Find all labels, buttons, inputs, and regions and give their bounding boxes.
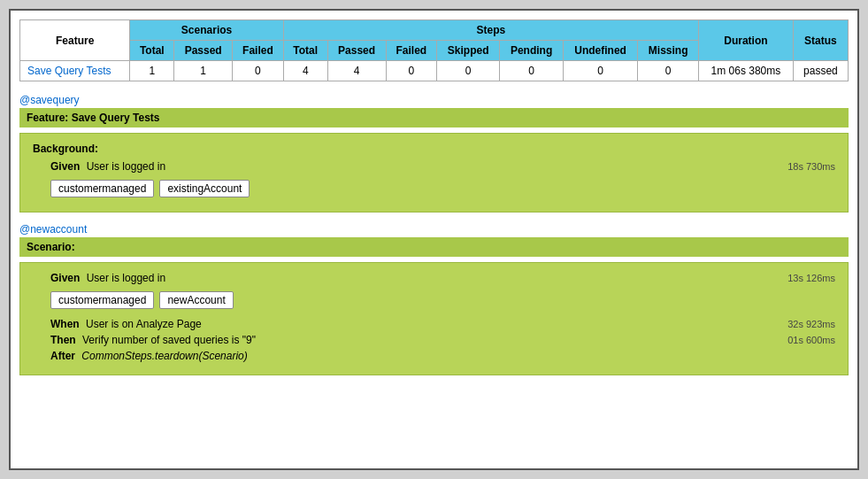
scenario-then-duration: 01s 600ms	[787, 335, 835, 345]
steps-failed-cell: 0	[386, 61, 437, 81]
col-scenario-passed: Passed	[174, 41, 233, 61]
scenario-step-after: After CommonSteps.teardown(Scenario)	[33, 350, 835, 362]
col-steps-pending: Pending	[500, 41, 564, 61]
feature-cell[interactable]: Save Query Tests	[20, 61, 130, 81]
scenario-tags-row: customermanaged newAccount	[50, 291, 835, 309]
steps-skipped-cell: 0	[437, 61, 500, 81]
scenario-given-keyword: Given	[50, 272, 80, 284]
background-step-given: Given User is logged in 18s 730ms	[33, 160, 835, 173]
col-steps-total: Total	[283, 41, 327, 61]
scenario-then-text: Verify number of saved queries is "9"	[82, 334, 256, 346]
scenario-step-then: Then Verify number of saved queries is "…	[33, 334, 835, 346]
status-cell: passed	[793, 61, 848, 81]
scenario-bar: Scenario:	[19, 237, 849, 257]
feature-link[interactable]: Save Query Tests	[27, 65, 111, 77]
feature-label: Feature:	[27, 112, 68, 124]
background-block: Background: Given User is logged in 18s …	[19, 133, 849, 212]
background-step-duration: 18s 730ms	[787, 161, 835, 172]
col-steps-skipped: Skipped	[437, 41, 500, 61]
col-steps-missing: Missing	[638, 41, 699, 61]
scenario-when-keyword: When	[50, 318, 80, 330]
col-steps-undefined: Undefined	[563, 41, 637, 61]
feature-header: Feature	[20, 20, 130, 61]
scenario-given-duration: 13s 126ms	[787, 273, 835, 283]
background-step-text: User is logged in	[87, 160, 165, 173]
feature-name: Save Query Tests	[72, 112, 160, 124]
tag-customermanaged: customermanaged	[50, 180, 154, 197]
scenarios-group-header: Scenarios	[130, 20, 283, 41]
col-steps-passed: Passed	[327, 41, 386, 61]
steps-missing-cell: 0	[638, 61, 699, 81]
main-container: Feature Scenarios Steps Duration Status …	[9, 9, 859, 470]
scenario-block: Given User is logged in 13s 126ms custom…	[19, 262, 849, 375]
scenario-total-cell: 1	[130, 61, 174, 81]
tag-existingaccount: existingAccount	[159, 180, 250, 197]
feature-bar: Feature: Save Query Tests	[19, 108, 849, 127]
table-row: Save Query Tests 1 1 0 4 4 0 0 0 0 0 1m …	[20, 61, 849, 81]
duration-cell: 1m 06s 380ms	[699, 61, 794, 81]
background-title: Background:	[33, 143, 835, 155]
scenario-after-keyword: After	[50, 350, 75, 362]
tag-customermanaged-scenario: customermanaged	[50, 291, 154, 309]
col-scenario-failed: Failed	[233, 41, 284, 61]
steps-group-header: Steps	[283, 20, 698, 41]
summary-table: Feature Scenarios Steps Duration Status …	[19, 19, 849, 81]
scenario-step-when: When User is on Analyze Page 32s 923ms	[33, 318, 835, 330]
scenario-then-keyword: Then	[50, 334, 76, 346]
tag-newaccount: newAccount	[159, 291, 233, 309]
duration-header: Duration	[699, 20, 794, 61]
steps-total-cell: 4	[283, 61, 327, 81]
scenario-when-text: User is on Analyze Page	[86, 318, 202, 330]
col-steps-failed: Failed	[386, 41, 437, 61]
scenario-after-text: CommonSteps.teardown(Scenario)	[81, 350, 247, 362]
background-tags-row: customermanaged existingAccount	[50, 180, 835, 197]
col-scenario-total: Total	[130, 41, 174, 61]
steps-undefined-cell: 0	[563, 61, 637, 81]
given-keyword: Given	[50, 160, 80, 173]
scenario-passed-cell: 1	[174, 61, 233, 81]
scenario-step-given: Given User is logged in 13s 126ms	[33, 272, 835, 284]
scenario-given-text: User is logged in	[87, 272, 165, 284]
steps-passed-cell: 4	[327, 61, 386, 81]
scenario-when-duration: 32s 923ms	[787, 319, 835, 329]
savequery-tag-link[interactable]: @savequery	[19, 94, 849, 106]
steps-pending-cell: 0	[500, 61, 564, 81]
status-header: Status	[793, 20, 848, 61]
newaccount-tag-link[interactable]: @newaccount	[19, 223, 849, 236]
scenario-section: @newaccount Scenario: Given User is logg…	[19, 223, 849, 375]
scenario-failed-cell: 0	[233, 61, 284, 81]
